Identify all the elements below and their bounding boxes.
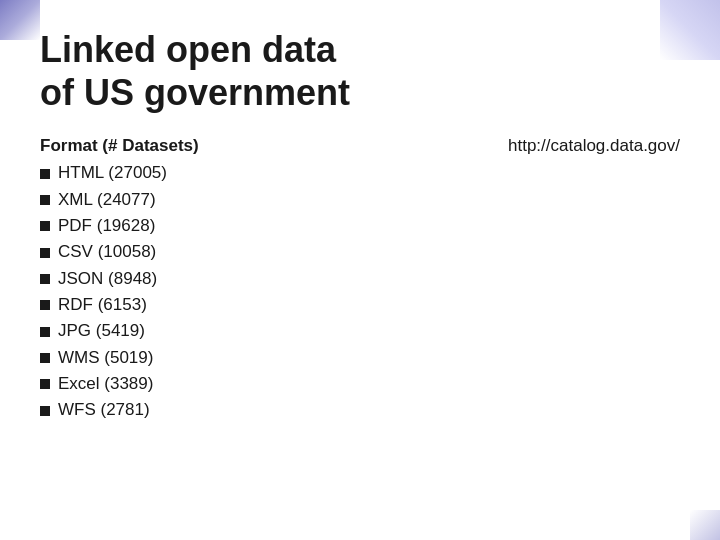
list-item-text: JSON (8948)	[58, 266, 157, 292]
list-item: XML (24077)	[40, 187, 448, 213]
list-item: PDF (19628)	[40, 213, 448, 239]
bullet-icon	[40, 169, 50, 179]
list-item-text: HTML (27005)	[58, 160, 167, 186]
list-item: JSON (8948)	[40, 266, 448, 292]
list-item-text: JPG (5419)	[58, 318, 145, 344]
bullet-icon	[40, 195, 50, 205]
list-item: Excel (3389)	[40, 371, 448, 397]
data-section: Format (# Datasets) HTML (27005)XML (240…	[40, 136, 680, 423]
list-item: WFS (2781)	[40, 397, 448, 423]
list-item: RDF (6153)	[40, 292, 448, 318]
list-item-text: WFS (2781)	[58, 397, 150, 423]
list-item-text: PDF (19628)	[58, 213, 155, 239]
bullet-icon	[40, 379, 50, 389]
list-item: CSV (10058)	[40, 239, 448, 265]
corner-decoration-br	[690, 510, 720, 540]
list-item-text: CSV (10058)	[58, 239, 156, 265]
bullet-icon	[40, 327, 50, 337]
bullet-icon	[40, 300, 50, 310]
list-header: Format (# Datasets)	[40, 136, 448, 156]
list-item-text: Excel (3389)	[58, 371, 153, 397]
bullet-icon	[40, 221, 50, 231]
bullet-icon	[40, 274, 50, 284]
list-item-text: RDF (6153)	[58, 292, 147, 318]
list-item-text: WMS (5019)	[58, 345, 153, 371]
url-section: http://catalog.data.gov/	[508, 136, 680, 156]
list-item: JPG (5419)	[40, 318, 448, 344]
page-title: Linked open data of US government	[40, 28, 680, 114]
bullet-icon	[40, 406, 50, 416]
list-item-text: XML (24077)	[58, 187, 156, 213]
list-items-container: HTML (27005)XML (24077)PDF (19628)CSV (1…	[40, 160, 448, 423]
format-list: Format (# Datasets) HTML (27005)XML (240…	[40, 136, 448, 423]
list-item: WMS (5019)	[40, 345, 448, 371]
list-item: HTML (27005)	[40, 160, 448, 186]
bullet-icon	[40, 353, 50, 363]
main-content: Linked open data of US government Format…	[0, 0, 720, 444]
bullet-icon	[40, 248, 50, 258]
